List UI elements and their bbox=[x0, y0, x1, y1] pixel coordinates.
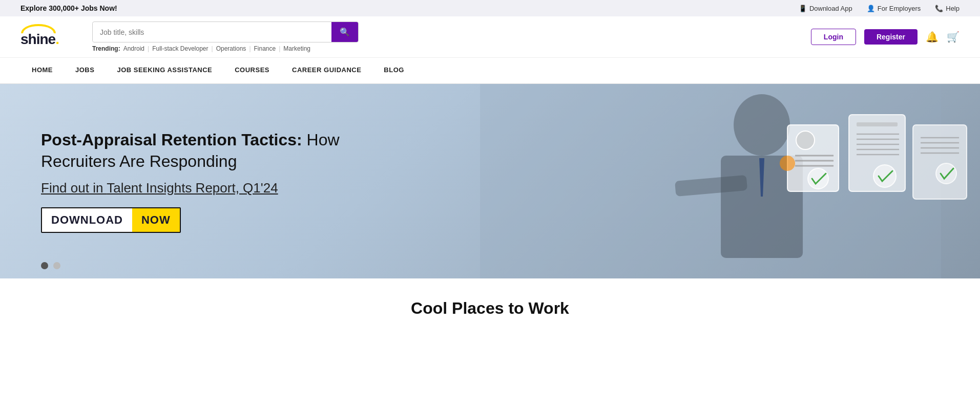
trending-row: Trending: Android | Full-stack Developer… bbox=[92, 45, 359, 52]
trending-marketing[interactable]: Marketing bbox=[283, 45, 310, 52]
svg-point-18 bbox=[873, 165, 896, 187]
search-container: 🔍 Trending: Android | Full-stack Develop… bbox=[92, 21, 359, 52]
nav-home[interactable]: HOME bbox=[20, 58, 64, 83]
header: shine. 🔍 Trending: Android | Full-stack … bbox=[0, 16, 980, 58]
top-banner: Explore 300,000+ Jobs Now! 📱 Download Ap… bbox=[0, 0, 980, 16]
logo-text: shine. bbox=[20, 31, 59, 47]
svg-point-9 bbox=[808, 168, 828, 189]
hero-title: Post-Appraisal Retention Tactics: How Re… bbox=[41, 130, 340, 172]
carousel-dot-1[interactable] bbox=[41, 262, 48, 269]
hero-content: Post-Appraisal Retention Tactics: How Re… bbox=[0, 109, 381, 253]
trending-fullstack[interactable]: Full-stack Developer bbox=[152, 45, 208, 52]
search-button[interactable]: 🔍 bbox=[331, 22, 358, 42]
register-button[interactable]: Register bbox=[864, 29, 918, 45]
carousel-dots bbox=[41, 262, 60, 269]
svg-point-5 bbox=[796, 131, 815, 149]
search-input[interactable] bbox=[93, 23, 331, 41]
notification-bell-icon[interactable]: 🔔 bbox=[926, 31, 939, 43]
header-right: Login Register 🔔 🛒 bbox=[811, 29, 960, 45]
carousel-dot-2[interactable] bbox=[53, 262, 60, 269]
svg-point-24 bbox=[936, 163, 956, 184]
svg-point-10 bbox=[780, 156, 795, 171]
user-icon: 👤 bbox=[867, 5, 875, 12]
nav-blog[interactable]: BLOG bbox=[372, 58, 415, 83]
banner-right: 📱 Download App 👤 For Employers 📞 Help bbox=[799, 5, 960, 12]
nav-jobs[interactable]: JOBS bbox=[64, 58, 106, 83]
hero-banner: Post-Appraisal Retention Tactics: How Re… bbox=[0, 84, 980, 278]
login-button[interactable]: Login bbox=[811, 29, 856, 45]
svg-rect-19 bbox=[913, 125, 967, 199]
phone-support-icon: 📞 bbox=[935, 5, 943, 12]
search-box: 🔍 bbox=[92, 21, 359, 42]
cart-icon[interactable]: 🛒 bbox=[947, 31, 960, 43]
logo[interactable]: shine. bbox=[20, 24, 82, 50]
trending-operations[interactable]: Operations bbox=[216, 45, 246, 52]
logo-icon: shine. bbox=[20, 24, 56, 50]
main-nav: HOME JOBS JOB SEEKING ASSISTANCE COURSES… bbox=[0, 58, 980, 84]
cool-places-section: Cool Places to Work bbox=[0, 278, 980, 328]
search-icon: 🔍 bbox=[340, 27, 350, 37]
svg-rect-12 bbox=[857, 122, 898, 126]
for-employers-link[interactable]: 👤 For Employers bbox=[867, 5, 921, 12]
svg-point-1 bbox=[734, 94, 790, 156]
cool-places-title: Cool Places to Work bbox=[20, 299, 960, 318]
trending-android[interactable]: Android bbox=[123, 45, 144, 52]
trending-finance[interactable]: Finance bbox=[254, 45, 276, 52]
download-button[interactable]: DOWNLOAD NOW bbox=[41, 207, 181, 233]
help-link[interactable]: 📞 Help bbox=[935, 5, 960, 12]
nav-job-seeking[interactable]: JOB SEEKING ASSISTANCE bbox=[106, 58, 223, 83]
nav-career-guidance[interactable]: CAREER GUIDANCE bbox=[281, 58, 372, 83]
hero-illustration bbox=[441, 84, 980, 278]
hero-subtitle: Find out in Talent Insights Report, Q1'2… bbox=[41, 180, 340, 196]
banner-text: Explore 300,000+ Jobs Now! bbox=[20, 4, 117, 12]
phone-icon: 📱 bbox=[799, 5, 807, 12]
nav-courses[interactable]: COURSES bbox=[223, 58, 281, 83]
download-app-link[interactable]: 📱 Download App bbox=[799, 5, 852, 12]
